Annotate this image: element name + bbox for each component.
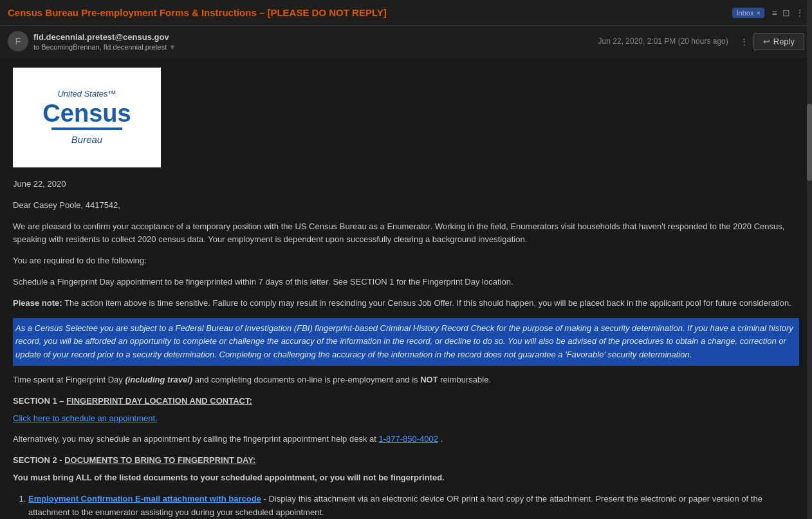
reply-arrow-icon: ↩ xyxy=(763,37,770,46)
sender-email: fld.decennial.pretest@census.gov xyxy=(33,32,593,42)
alternatively-para: Alternatively, you may schedule an appoi… xyxy=(13,433,799,446)
email-subject: Census Bureau Pre-employment Forms & Ins… xyxy=(8,7,727,18)
section2-title: DOCUMENTS TO BRING TO FINGERPRINT DAY: xyxy=(64,455,255,465)
schedule-appointment-link[interactable]: Click here to schedule an appointment. xyxy=(13,413,158,423)
more-icon[interactable]: ⋮ xyxy=(740,37,748,46)
date-area: Jun 22, 2020, 2:01 PM (20 hours ago) xyxy=(598,37,728,46)
please-note-label: Please note: xyxy=(13,298,62,308)
phone-link[interactable]: 1-877-850-4002 xyxy=(378,434,438,444)
time-spent-end: reimbursable. xyxy=(440,375,491,384)
logo-bureau: Bureau xyxy=(42,132,131,147)
section1-title: FINGERPRINT DAY LOCATION AND CONTACT: xyxy=(66,396,252,406)
sender-to-text: to BecomingBrennan, fld.decennial.pretes… xyxy=(33,43,167,51)
section2-heading: SECTION 2 - DOCUMENTS TO BRING TO FINGER… xyxy=(13,454,799,467)
time-spent-rest: and completing documents on-line is pre-… xyxy=(195,375,420,384)
highlighted-paragraph: As a Census Selectee you are subject to … xyxy=(13,318,799,366)
logo-united-states: United States™ xyxy=(42,88,131,101)
email-body: United States™ Census Bureau June 22, 20… xyxy=(0,57,812,519)
email-date: Jun 22, 2020, 2:01 PM (20 hours ago) xyxy=(598,37,728,46)
toolbar-icon-3[interactable]: ⋮ xyxy=(795,8,804,18)
phone-end: . xyxy=(441,434,443,444)
time-spent-italic: (including travel) xyxy=(125,375,192,384)
reply-label: Reply xyxy=(773,37,795,46)
toolbar-icon-2[interactable]: ⊡ xyxy=(782,8,790,18)
logo-inner: United States™ Census Bureau xyxy=(42,88,131,147)
alternatively-text: Alternatively, you may schedule an appoi… xyxy=(13,434,378,444)
para-4-rest: The action item above is time sensitive.… xyxy=(64,298,791,308)
schedule-link-para: Click here to schedule an appointment. xyxy=(13,412,799,426)
scrollbar-track[interactable] xyxy=(807,0,812,519)
sender-to-icon: ▼ xyxy=(169,43,176,51)
time-spent-para: Time spent at Fingerprint Day (including… xyxy=(13,373,799,387)
letter-date: June 22, 2020 xyxy=(13,178,799,191)
action-icons: ⋮ xyxy=(740,37,748,46)
para-4: Please note: The action item above is ti… xyxy=(13,297,799,310)
section2-label: SECTION 2 - xyxy=(13,455,62,465)
section1-heading: SECTION 1 – FINGERPRINT DAY LOCATION AND… xyxy=(13,395,799,408)
para-3: Schedule a Fingerprint Day appointment t… xyxy=(13,276,799,289)
logo-census: Census xyxy=(42,101,131,126)
inbox-badge-close[interactable]: × xyxy=(756,9,760,17)
logo-line xyxy=(51,127,122,130)
scrollbar-thumb[interactable] xyxy=(807,104,812,181)
para-2: You are required to do the following: xyxy=(13,254,799,268)
inbox-label: Inbox xyxy=(736,9,753,17)
inbox-badge[interactable]: Inbox × xyxy=(732,8,764,18)
section1-label: SECTION 1 – xyxy=(13,396,64,406)
para-1: We are pleased to confirm your acceptanc… xyxy=(13,220,799,247)
time-spent-not: NOT xyxy=(420,375,438,384)
toolbar-icon-1[interactable]: ≡ xyxy=(772,8,777,18)
census-logo: United States™ Census Bureau xyxy=(13,68,161,167)
sender-row: F fld.decennial.pretest@census.gov to Be… xyxy=(0,26,812,57)
email-header-bar: Census Bureau Pre-employment Forms & Ins… xyxy=(0,0,812,26)
reply-button[interactable]: ↩ Reply xyxy=(753,33,804,50)
sender-to: to BecomingBrennan, fld.decennial.pretes… xyxy=(33,43,593,51)
avatar: F xyxy=(8,31,28,52)
list-item-1-link[interactable]: Employment Confirmation E-mail attachmen… xyxy=(28,494,261,504)
dear-line: Dear Casey Poole, 4417542, xyxy=(13,199,799,212)
avatar-icon: F xyxy=(15,36,21,46)
documents-list: Employment Confirmation E-mail attachmen… xyxy=(28,493,799,519)
must-bring-text: You must bring ALL of the listed documen… xyxy=(13,471,799,485)
toolbar-icons: ≡ ⊡ ⋮ xyxy=(772,8,804,18)
list-item-1: Employment Confirmation E-mail attachmen… xyxy=(28,493,799,519)
sender-info: fld.decennial.pretest@census.gov to Beco… xyxy=(33,32,593,51)
time-spent-text: Time spent at Fingerprint Day xyxy=(13,375,125,384)
